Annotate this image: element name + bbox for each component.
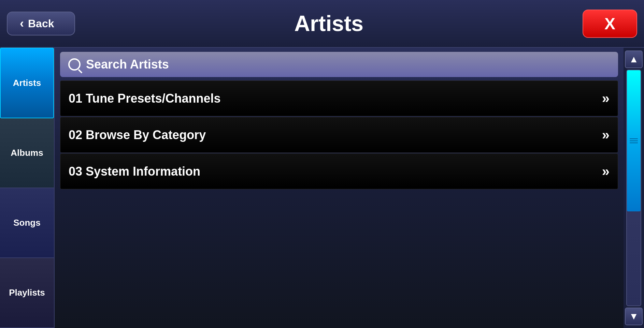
- search-bar[interactable]: Search Artists: [60, 52, 618, 77]
- sidebar-artists-label: Artists: [13, 78, 41, 88]
- back-button[interactable]: ‹ Back: [7, 12, 75, 35]
- scroll-up-button[interactable]: ▲: [625, 50, 643, 68]
- sidebar-item-playlists[interactable]: Playlists: [0, 258, 54, 328]
- close-button[interactable]: X: [583, 10, 637, 38]
- sidebar-item-artists[interactable]: Artists: [0, 48, 54, 118]
- scroll-up-icon: ▲: [629, 54, 639, 65]
- list-container: 01 Tune Presets/Channels » 02 Browse By …: [55, 80, 624, 328]
- scroll-line-1: [630, 138, 638, 139]
- list-item-text: 03 System Information: [69, 164, 200, 179]
- scroll-down-button[interactable]: ▼: [625, 308, 643, 325]
- page-title: Artists: [75, 11, 583, 36]
- list-item-text: 01 Tune Presets/Channels: [69, 91, 221, 106]
- list-item-arrow-icon: »: [602, 164, 610, 179]
- list-item[interactable]: 02 Browse By Category »: [60, 117, 618, 153]
- scroll-thumb[interactable]: [627, 70, 641, 211]
- sidebar-playlists-label: Playlists: [9, 287, 45, 298]
- sidebar-albums-label: Albums: [11, 148, 43, 158]
- list-item-arrow-icon: »: [602, 127, 610, 143]
- search-placeholder: Search Artists: [86, 57, 169, 72]
- header: ‹ Back Artists X: [0, 0, 644, 48]
- scroll-line-2: [630, 140, 638, 141]
- sidebar-item-songs[interactable]: Songs: [0, 188, 54, 258]
- scroll-down-icon: ▼: [629, 311, 639, 322]
- close-label: X: [604, 15, 615, 33]
- list-item-arrow-icon: »: [602, 91, 610, 106]
- scrollbar: ▲ ▼: [624, 48, 644, 328]
- scroll-track[interactable]: [626, 70, 641, 306]
- back-label: Back: [28, 17, 54, 30]
- sidebar-songs-label: Songs: [13, 218, 40, 228]
- scroll-thumb-lines: [630, 138, 638, 143]
- sidebar-item-albums[interactable]: Albums: [0, 118, 54, 188]
- main-content: Artists Albums Songs Playlists Search Ar…: [0, 48, 644, 328]
- list-item[interactable]: 01 Tune Presets/Channels »: [60, 80, 618, 116]
- back-chevron-icon: ‹: [20, 16, 24, 31]
- list-item-text: 02 Browse By Category: [69, 128, 206, 142]
- content-area: Search Artists 01 Tune Presets/Channels …: [55, 48, 624, 328]
- list-item[interactable]: 03 System Information »: [60, 153, 618, 189]
- search-icon: [68, 58, 81, 71]
- sidebar: Artists Albums Songs Playlists: [0, 48, 55, 328]
- scroll-line-3: [630, 143, 638, 143]
